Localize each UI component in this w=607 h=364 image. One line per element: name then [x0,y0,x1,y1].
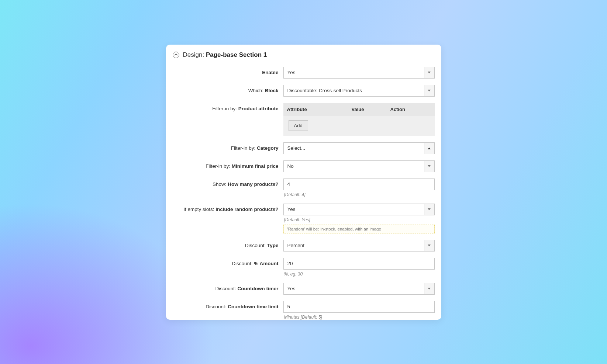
select-discount-type-value[interactable]: Percent [283,240,424,252]
label-filter-attribute: Filter-in by: Product attribute [170,103,283,112]
chevron-down-icon[interactable] [424,240,435,252]
label-countdown-timer: Discount: Countdown timer [170,283,283,292]
chevron-down-icon[interactable] [424,67,435,79]
select-discount-type[interactable]: Percent [283,240,435,252]
row-filter-category: Filter-in by: Category Select... [170,142,438,154]
input-show-count-field[interactable] [287,179,431,190]
helper-show-count: [Default: 4] [283,192,435,197]
input-countdown-limit[interactable] [283,301,435,313]
select-filter-category-value[interactable]: Select... [283,142,424,154]
label-discount-amount: Discount: % Amount [170,258,283,267]
input-discount-amount-field[interactable] [287,258,431,269]
chevron-down-icon[interactable] [424,85,435,97]
col-attribute: Attribute [287,107,352,112]
chevron-up-icon[interactable] [424,142,435,154]
input-countdown-limit-wrap [283,301,435,313]
label-filter-category: Filter-in by: Category [170,142,283,152]
select-filter-category[interactable]: Select... [283,142,435,154]
label-filter-min-price: Filter-in by: Minimum final price [170,160,283,170]
row-countdown-timer: Discount: Countdown timer Yes [170,283,438,295]
helper-countdown-limit: Minutes [Default: 5] [283,315,435,320]
input-show-count-wrap [283,178,435,190]
helper-empty-slots: [Default: Yes] [283,217,435,222]
col-value: Value [352,107,390,112]
collapse-icon[interactable] [173,52,179,58]
label-which-block: Which: Block [170,85,283,94]
helper-discount-amount: %, eg: 30 [283,271,435,277]
input-show-count[interactable] [283,178,435,190]
label-show-count: Show: How many products? [170,178,283,188]
select-enable-value[interactable]: Yes [283,67,424,79]
attribute-table-header: Attribute Value Action [283,103,435,116]
input-countdown-limit-field[interactable] [287,301,431,312]
input-discount-amount-wrap [283,258,435,270]
add-attribute-button[interactable]: Add [289,120,308,131]
section-title-prefix: Design: [183,51,204,58]
row-discount-type: Discount: Type Percent [170,240,438,252]
config-panel: Design: Page-base Section 1 Enable Yes W… [166,45,441,320]
select-which-block[interactable]: Discountable: Cross-sell Products [283,85,435,97]
row-filter-min-price: Filter-in by: Minimum final price No [170,160,438,172]
label-enable: Enable [170,67,283,76]
input-discount-amount[interactable] [283,258,435,270]
select-min-price-value[interactable]: No [283,160,424,172]
select-which-block-value[interactable]: Discountable: Cross-sell Products [283,85,424,97]
section-header[interactable]: Design: Page-base Section 1 [166,51,441,63]
chevron-down-icon[interactable] [424,283,435,295]
label-discount-type: Discount: Type [170,240,283,249]
select-countdown-timer-value[interactable]: Yes [283,283,424,295]
chevron-down-icon[interactable] [424,204,435,215]
select-empty-slots-value[interactable]: Yes [283,204,424,215]
select-empty-slots[interactable]: Yes [283,204,435,215]
select-countdown-timer[interactable]: Yes [283,283,435,295]
section-title: Design: Page-base Section 1 [183,51,267,59]
label-countdown-limit: Discount: Countdown time limit [170,301,283,310]
row-countdown-limit: Discount: Countdown time limit Minutes [… [170,301,438,320]
col-action: Action [390,107,431,112]
row-discount-amount: Discount: % Amount %, eg: 30 [170,258,438,277]
row-show-count: Show: How many products? [Default: 4] [170,178,438,197]
attribute-table-body: Add [283,116,435,136]
note-empty-slots: 'Random' will be: In-stock, enabled, wit… [283,225,435,233]
row-enable: Enable Yes [170,67,438,79]
select-enable[interactable]: Yes [283,67,435,79]
attribute-table: Attribute Value Action Add [283,103,435,136]
form-area: Enable Yes Which: Block Discountable: Cr… [166,63,441,320]
label-empty-slots: If empty slots: Include random products? [170,204,283,213]
chevron-down-icon[interactable] [424,160,435,172]
select-min-price[interactable]: No [283,160,435,172]
section-title-name: Page-base Section 1 [206,51,267,58]
row-which-block: Which: Block Discountable: Cross-sell Pr… [170,85,438,97]
row-empty-slots: If empty slots: Include random products?… [170,204,438,233]
row-filter-attribute: Filter-in by: Product attribute Attribut… [170,103,438,136]
